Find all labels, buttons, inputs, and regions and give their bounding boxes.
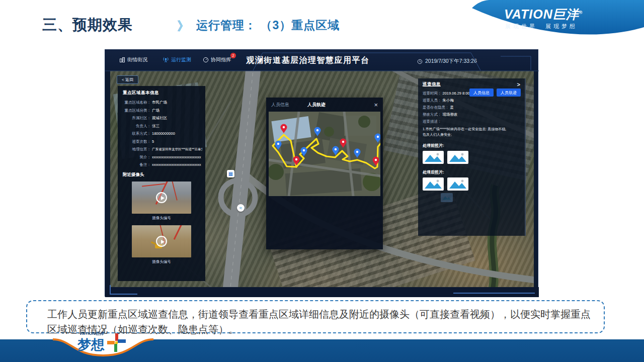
gauge-icon [203, 57, 209, 63]
clock-icon [417, 59, 423, 64]
buildings-icon [119, 57, 125, 63]
patrol-row: 巡查描述： [423, 119, 520, 124]
info-row: 地理位置：广东省深圳市龙华区***街道**11单元 [121, 147, 202, 152]
patrol-row: 巡查人员：朱小梅 [423, 98, 520, 103]
caption-box: 工作人员更新重点区域巡查信息，街道领导查看重点区域详细信息及附近的摄像头（可直接… [26, 300, 605, 333]
popup-header: 人员信息 人员轨迹 × [266, 98, 383, 112]
page-subtitle: 运行管理： （3）重点区域 [196, 18, 340, 33]
camera-caption: 摄像头编号 [121, 259, 202, 264]
info-row: 重点区域分类：广场 [121, 108, 202, 113]
satellite-map[interactable]: ▦ ≈ < 返回 重点区域基本信息 重点区域名称：市民广场 重点区域分类：广场 … [110, 71, 534, 287]
app-header: 街情街况 运行监测 协同指挥 2 观澜街道基层治理智慧应用平台 2019/7/3… [105, 50, 538, 71]
app-bottom-bar [105, 287, 539, 297]
crane-shape [172, 182, 178, 201]
play-icon[interactable] [156, 192, 167, 203]
info-row: 所属社区：观城社区 [121, 116, 202, 121]
image-icon [424, 179, 442, 189]
app-screenshot: 街情街况 运行监测 协同指挥 2 观澜街道基层治理智慧应用平台 2019/7/3… [105, 49, 538, 297]
person-info-button[interactable]: 人员信息 [469, 88, 494, 97]
info-row: 巡查次数：5 [121, 139, 202, 144]
camera-caption: 摄像头编号 [121, 216, 202, 221]
photo-placeholder-faint [441, 193, 453, 202]
after-photos-label: 处理后照片: [423, 169, 520, 175]
chevron-icon: 》 [177, 18, 189, 34]
tab-person-info[interactable]: 人员信息 [271, 102, 289, 108]
caption-text: 工作人员更新重点区域巡查信息，街道领导查看重点区域详细信息及附近的摄像头（可直接… [47, 309, 591, 335]
patrol-row: 是否存在隐患：是 [423, 105, 520, 110]
footer-dream-text: 梦想 [77, 336, 105, 354]
before-photos-label: 处理前照片: [423, 143, 520, 148]
play-icon[interactable] [156, 236, 167, 247]
expand-arrow-icon[interactable]: > [517, 81, 520, 87]
camera-video-thumbnail[interactable] [132, 225, 191, 257]
tab-person-track[interactable]: 人员轨迹 [307, 102, 326, 108]
track-map[interactable] [269, 112, 380, 196]
photo-placeholder[interactable] [447, 177, 468, 191]
crane-shape [142, 184, 165, 187]
image-icon [424, 152, 442, 162]
brand-banner: VATION巨洋® 展现世界 展现梦想 [468, 0, 644, 45]
image-icon [449, 152, 467, 162]
photo-placeholder[interactable] [447, 151, 468, 164]
app-title: 观澜街道基层治理智慧应用平台 [245, 55, 371, 66]
nearby-cameras-title: 附近摄像头 [123, 172, 202, 178]
brand-slogan: 展现世界 展现梦想 [505, 23, 578, 30]
photo-placeholder[interactable] [423, 177, 444, 191]
info-row: 联系方式：18000000000 [121, 131, 202, 136]
patrol-description: 1.市民广场*****50米内存在一处安全隐患: 悬挂物不稳, 危及人们人身安全… [423, 126, 520, 137]
patrol-row: 整改方式：现场整改 [423, 112, 520, 117]
left-panel-title: 重点区域基本信息 [123, 90, 202, 96]
crane-shape [174, 225, 183, 240]
app-clock: 2019/7/30下午7:33:26 [417, 58, 477, 65]
tab-street-overview[interactable]: 街情街况 [119, 56, 147, 63]
info-row: 负责人：张三 [121, 124, 202, 129]
info-row: 简介：xxxxxxxxxxxxxxxxxxxxxxxxxxxxxx [121, 155, 202, 160]
info-row: 重点区域名称：市民广场 [121, 100, 202, 105]
info-row: 备注：xxxxxxxxxxxxxxxxxxxxxxxxxxxxxx [121, 162, 202, 167]
photo-placeholder[interactable] [423, 151, 444, 164]
notification-badge: 2 [230, 53, 236, 58]
slide: 三、预期效果 》 运行管理： （3）重点区域 VATION巨洋® 展现世界 展现… [0, 0, 644, 362]
right-panel-title: 巡查信息 [423, 81, 441, 87]
close-icon[interactable]: × [374, 102, 378, 108]
person-track-popup: 人员信息 人员轨迹 × [266, 98, 383, 249]
page-title: 三、预期效果 [42, 15, 133, 35]
poi-water-icon[interactable]: ≈ [237, 204, 245, 212]
key-area-info-panel: 重点区域基本信息 重点区域名称：市民广场 重点区域分类：广场 所属社区：观城社区… [118, 86, 205, 281]
footer-plus-logo [107, 333, 126, 353]
patrol-info-panel: 巡查信息 > 人员信息 人员轨迹 巡查时间：2019.06.29 8:00 巡查… [418, 78, 526, 236]
tab-joint-command[interactable]: 协同指挥 2 [203, 56, 231, 63]
person-track-button[interactable]: 人员轨迹 [497, 88, 521, 97]
image-icon [449, 179, 467, 189]
camera-video-thumbnail[interactable] [132, 182, 191, 214]
back-button[interactable]: < 返回 [117, 75, 138, 84]
tab-operation-monitor[interactable]: 运行监测 [163, 56, 191, 63]
image-icon [442, 195, 451, 201]
antenna-icon [163, 57, 169, 63]
vation-logo: VATION巨洋® [504, 6, 583, 23]
poi-grid-icon[interactable]: ▦ [227, 170, 234, 177]
